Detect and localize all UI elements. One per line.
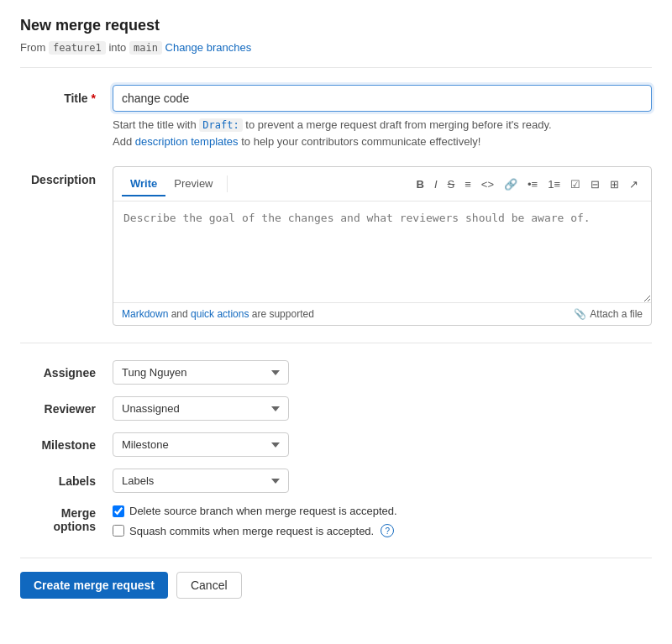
- assignee-select[interactable]: Tung Nguyen: [113, 360, 289, 385]
- description-section: Description Write Preview B I S ≡ <>: [20, 166, 652, 326]
- title-section: Title * Start the title with Draft: to p…: [20, 85, 652, 149]
- tab-write[interactable]: Write: [122, 172, 165, 196]
- title-input[interactable]: [113, 85, 652, 112]
- italic-icon[interactable]: I: [430, 176, 442, 192]
- fullscreen-icon[interactable]: ↗: [625, 176, 643, 192]
- milestone-select[interactable]: Milestone: [113, 432, 289, 457]
- footer-and: and: [168, 308, 191, 320]
- title-hint-2: to prevent a merge request draft from me…: [243, 118, 552, 131]
- reviewer-row: Reviewer Unassigned: [20, 396, 652, 421]
- create-merge-request-button[interactable]: Create merge request: [20, 572, 168, 599]
- labels-select-wrapper: Labels: [113, 469, 289, 493]
- title-hint-3: Add: [113, 135, 135, 148]
- ordered-list-icon[interactable]: 1≡: [543, 176, 564, 192]
- title-label-text: Title: [64, 92, 88, 105]
- merge-options-row: Merge options Delete source branch when …: [20, 505, 652, 537]
- branch-into-text: into: [108, 41, 126, 54]
- merge-option-2[interactable]: Squash commits when merge request is acc…: [113, 524, 397, 537]
- table-icon[interactable]: ⊟: [586, 176, 604, 192]
- attach-file-button[interactable]: 📎 Attach a file: [574, 308, 643, 320]
- title-content: Start the title with Draft: to prevent a…: [113, 85, 652, 149]
- merge-option-1-label: Delete source branch when merge request …: [129, 505, 397, 517]
- labels-select[interactable]: Labels: [113, 469, 289, 493]
- blockquote-icon[interactable]: ≡: [460, 176, 475, 192]
- labels-row: Labels Labels: [20, 469, 652, 493]
- draft-code: Draft:: [199, 118, 242, 132]
- quick-actions-link[interactable]: quick actions: [191, 308, 249, 320]
- attach-file-label: Attach a file: [590, 308, 643, 320]
- description-box: Write Preview B I S ≡ <> 🔗 •≡ 1≡ ☑: [113, 166, 652, 326]
- table2-icon[interactable]: ⊞: [606, 176, 623, 192]
- cancel-button[interactable]: Cancel: [176, 572, 242, 599]
- description-label: Description: [20, 166, 113, 186]
- strikethrough-icon[interactable]: S: [444, 176, 459, 192]
- milestone-row: Milestone Milestone: [20, 432, 652, 457]
- divider-top: [20, 67, 652, 68]
- branch-prefix: From: [20, 41, 45, 54]
- branch-info: From feature1 into main Change branches: [20, 41, 652, 54]
- sidebar-section: Assignee Tung Nguyen Reviewer Unassigned…: [20, 343, 652, 537]
- description-textarea[interactable]: [113, 202, 651, 302]
- reviewer-select[interactable]: Unassigned: [113, 396, 289, 421]
- bullet-list-icon[interactable]: •≡: [523, 176, 542, 192]
- description-templates-link[interactable]: description templates: [135, 135, 239, 148]
- page-title: New merge request: [20, 17, 652, 34]
- target-branch: main: [129, 41, 162, 55]
- title-hint-4: to help your contributors communicate ef…: [239, 135, 481, 148]
- code-icon[interactable]: <>: [477, 176, 498, 192]
- assignee-row: Assignee Tung Nguyen: [20, 360, 652, 385]
- reviewer-label: Reviewer: [20, 402, 113, 416]
- description-label-text: Description: [31, 173, 96, 186]
- source-branch: feature1: [49, 41, 106, 55]
- title-hint-1: Start the title with: [113, 118, 199, 131]
- task-list-icon[interactable]: ☑: [566, 176, 585, 192]
- assignee-select-wrapper: Tung Nguyen: [113, 360, 289, 385]
- assignee-label: Assignee: [20, 366, 113, 380]
- merge-option-2-label: Squash commits when merge request is acc…: [129, 525, 374, 537]
- toolbar-icons: B I S ≡ <> 🔗 •≡ 1≡ ☑ ⊟ ⊞ ↗: [412, 176, 643, 192]
- title-label: Title *: [20, 85, 113, 105]
- squash-help-icon[interactable]: ?: [381, 524, 394, 537]
- squash-commits-checkbox[interactable]: [113, 525, 124, 537]
- milestone-label: Milestone: [20, 438, 113, 452]
- merge-options-label: Merge options: [20, 505, 113, 533]
- markdown-link[interactable]: Markdown: [122, 308, 168, 320]
- description-toolbar: Write Preview B I S ≡ <> 🔗 •≡ 1≡ ☑: [113, 167, 651, 202]
- title-required: *: [88, 92, 96, 105]
- link-icon[interactable]: 🔗: [500, 176, 522, 192]
- footer-supported: are supported: [249, 308, 313, 320]
- paperclip-icon: 📎: [574, 308, 586, 320]
- merge-options-content: Delete source branch when merge request …: [113, 505, 397, 537]
- tab-preview[interactable]: Preview: [165, 172, 221, 196]
- milestone-select-wrapper: Milestone: [113, 432, 289, 457]
- change-branches-link[interactable]: Change branches: [165, 41, 252, 54]
- description-footer-left: Markdown and quick actions are supported: [122, 308, 314, 320]
- description-content: Write Preview B I S ≡ <> 🔗 •≡ 1≡ ☑: [113, 166, 652, 326]
- toolbar-divider: [227, 175, 228, 192]
- tab-group: Write Preview: [122, 172, 222, 196]
- bold-icon[interactable]: B: [412, 176, 428, 192]
- title-hint: Start the title with Draft: to prevent a…: [113, 117, 652, 149]
- description-footer: Markdown and quick actions are supported…: [113, 302, 651, 325]
- delete-branch-checkbox[interactable]: [113, 505, 124, 517]
- form-actions: Create merge request Cancel: [20, 558, 652, 599]
- merge-option-1[interactable]: Delete source branch when merge request …: [113, 505, 397, 517]
- labels-label: Labels: [20, 474, 113, 488]
- reviewer-select-wrapper: Unassigned: [113, 396, 289, 421]
